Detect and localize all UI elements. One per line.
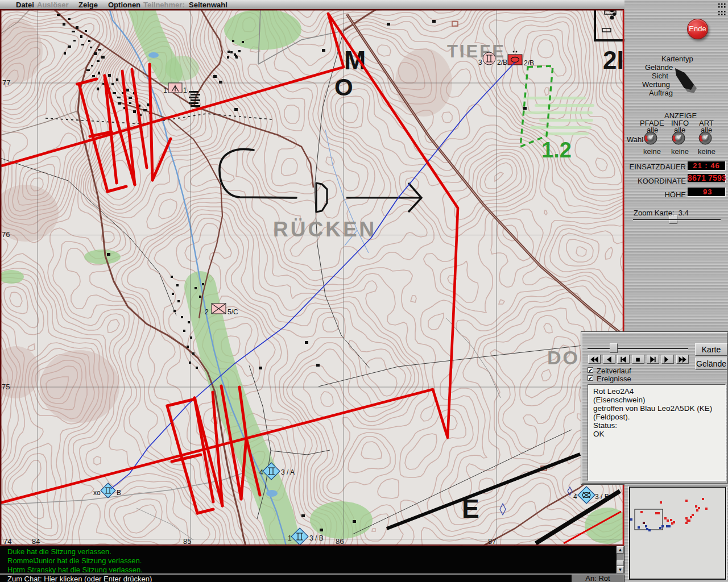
svg-text:2I: 2I — [603, 46, 624, 74]
svg-text:RÜCKEN: RÜCKEN — [273, 218, 377, 241]
svg-text:77: 77 — [2, 78, 10, 87]
svg-text:1: 1 — [288, 534, 292, 542]
svg-text:5/C: 5/C — [228, 308, 238, 316]
svg-text:M: M — [344, 45, 366, 75]
svg-text:1: 1 — [183, 86, 187, 94]
svg-text:84: 84 — [32, 537, 40, 546]
svg-text:1: 1 — [163, 86, 167, 94]
svg-text:O: O — [334, 74, 353, 101]
svg-text:76: 76 — [2, 230, 10, 239]
svg-text:3 / B: 3 / B — [595, 493, 609, 501]
svg-text:85: 85 — [183, 537, 191, 546]
svg-text:3: 3 — [478, 59, 482, 66]
svg-text:2: 2 — [205, 308, 209, 316]
svg-text:74: 74 — [3, 537, 11, 546]
svg-text:xo: xo — [93, 489, 101, 497]
svg-text:75: 75 — [2, 383, 10, 391]
svg-text:DO: DO — [547, 347, 580, 368]
svg-text:4: 4 — [573, 493, 577, 501]
svg-text:B: B — [117, 489, 121, 497]
svg-text:4: 4 — [259, 468, 263, 476]
svg-text:3 / A: 3 / A — [281, 468, 295, 476]
svg-text:3 / B: 3 / B — [309, 534, 324, 542]
svg-text:2/B: 2/B — [524, 59, 534, 67]
svg-text:86: 86 — [336, 537, 344, 546]
svg-text:87: 87 — [488, 537, 496, 546]
svg-text:1.2: 1.2 — [541, 138, 572, 162]
svg-text:2/B: 2/B — [497, 59, 507, 66]
